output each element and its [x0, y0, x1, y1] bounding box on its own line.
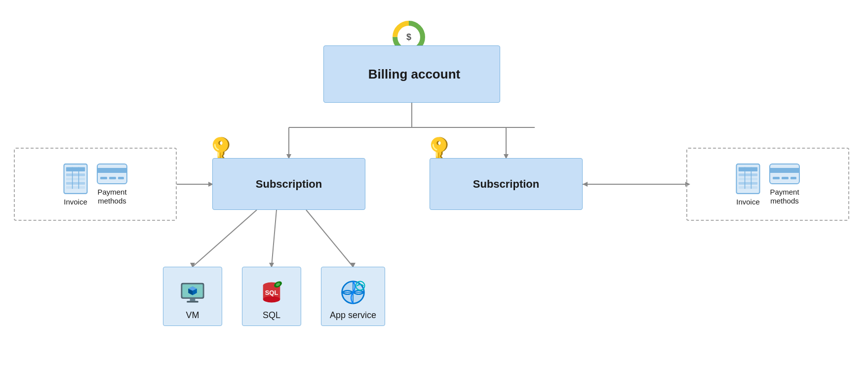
vm-resource-box: VM — [163, 267, 222, 326]
app-service-resource-box: App service — [321, 267, 385, 326]
invoice-left: Invoice — [63, 163, 88, 206]
svg-rect-41 — [66, 167, 85, 171]
svg-line-10 — [306, 210, 353, 267]
subscription-box-right: Subscription — [430, 158, 583, 210]
invoice-right: Invoice — [735, 163, 761, 206]
svg-rect-56 — [739, 177, 757, 180]
svg-rect-51 — [109, 177, 116, 179]
svg-rect-62 — [770, 168, 799, 173]
invoice-payment-left-box: Invoice Payment methods — [14, 148, 177, 221]
svg-line-8 — [272, 210, 276, 267]
svg-rect-55 — [739, 173, 757, 176]
svg-rect-27 — [190, 298, 196, 301]
svg-text:SQL: SQL — [265, 289, 278, 296]
payment-methods-left: Payment methods — [96, 163, 128, 205]
payment-methods-left-label: Payment methods — [97, 188, 126, 205]
svg-rect-48 — [97, 164, 127, 184]
vm-label: VM — [186, 310, 199, 321]
svg-rect-54 — [739, 167, 757, 171]
svg-rect-64 — [782, 177, 789, 179]
invoice-right-label: Invoice — [736, 198, 760, 206]
svg-rect-58 — [739, 186, 757, 188]
diagram-container: $ Billing account 🔑 Subscription 🔑 Subsc… — [0, 0, 868, 366]
payment-methods-right-label: Payment methods — [770, 188, 799, 205]
svg-text:$: $ — [406, 32, 411, 42]
subscription-box-left: Subscription — [212, 158, 365, 210]
sql-resource-box: SQL SQL — [242, 267, 301, 326]
svg-rect-65 — [790, 177, 796, 179]
svg-point-31 — [263, 296, 280, 303]
app-service-label: App service — [330, 310, 376, 321]
svg-rect-49 — [97, 168, 127, 173]
invoice-left-label: Invoice — [64, 198, 87, 206]
svg-line-6 — [193, 210, 257, 267]
svg-rect-50 — [100, 177, 107, 179]
svg-rect-52 — [118, 177, 124, 179]
svg-marker-16 — [583, 182, 588, 187]
sql-icon: SQL — [257, 278, 286, 307]
subscription-label-left: Subscription — [256, 178, 322, 191]
svg-rect-28 — [187, 301, 198, 302]
vm-icon — [178, 278, 207, 307]
svg-rect-57 — [739, 182, 757, 184]
svg-rect-44 — [66, 182, 85, 184]
billing-account-label: Billing account — [368, 67, 460, 82]
svg-rect-61 — [770, 164, 799, 184]
svg-rect-43 — [66, 177, 85, 180]
svg-rect-63 — [773, 177, 780, 179]
svg-rect-45 — [66, 186, 85, 188]
subscription-label-right: Subscription — [473, 178, 539, 191]
billing-account-box: Billing account — [323, 45, 500, 103]
sql-label: SQL — [263, 310, 280, 321]
payment-methods-right: Payment methods — [769, 163, 800, 205]
app-service-icon — [338, 278, 368, 307]
svg-rect-42 — [66, 173, 85, 176]
invoice-payment-right-box: Invoice Payment methods — [686, 148, 849, 221]
